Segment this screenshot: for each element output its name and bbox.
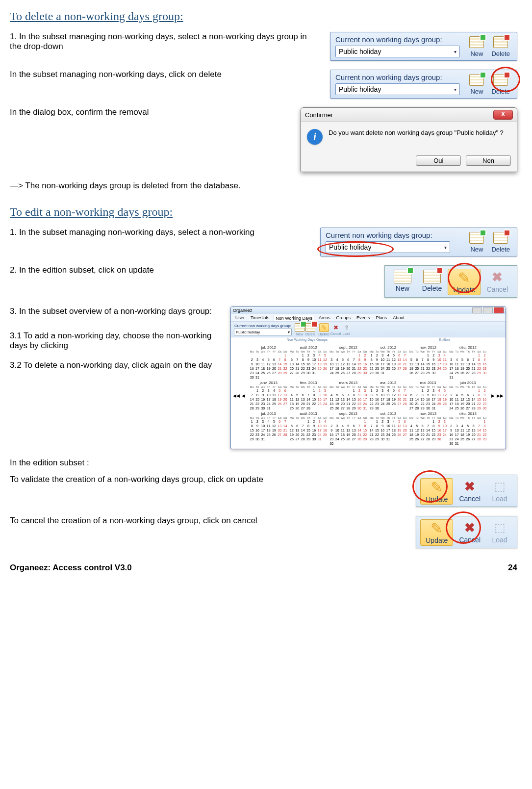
new-button[interactable] — [295, 323, 304, 332]
group-dropdown[interactable]: Public holiday▾ — [234, 329, 292, 335]
nav-next[interactable]: ▶▶ — [497, 393, 504, 398]
section-edit-title: To edit a non-working days group: — [10, 205, 517, 219]
app-tab[interactable]: Plans — [375, 315, 389, 321]
dialog-message: Do you want delete non working days grou… — [329, 129, 504, 145]
load-button[interactable]: ⬚ Load — [486, 478, 513, 504]
close-button[interactable]: X — [493, 110, 513, 120]
new-button[interactable]: New — [467, 73, 486, 95]
edition-toolbar-cancel: ✎ Update ✖ Cancel ⬚ Load — [416, 516, 517, 548]
group-dropdown[interactable]: Public holiday ▾ — [335, 83, 460, 95]
step-2-32: 3.2 To delete a non-working day, click a… — [10, 360, 221, 370]
page-number: 24 — [508, 563, 517, 573]
calendar-new-icon — [469, 36, 484, 48]
update-button[interactable]: ✎ Update — [420, 478, 453, 505]
edition-toolbar: New Delete ✎ Update ✖ Cancel — [384, 265, 517, 298]
pencil-icon: ✎ — [429, 521, 445, 535]
step-edit-subset: In the edition subset : — [10, 458, 517, 468]
cancel-button[interactable]: ✖ Cancel — [481, 269, 513, 294]
app-window: Organeez UserTimeslotsNon Working DaysAr… — [230, 306, 506, 449]
step-2-1: 1. In the subset managing non-working da… — [10, 228, 310, 237]
x-icon: ✖ — [461, 479, 478, 494]
new-button[interactable]: New — [467, 231, 486, 253]
chevron-down-icon: ▾ — [454, 49, 456, 54]
delete-button[interactable]: Delete — [489, 231, 512, 253]
new-button[interactable]: New — [467, 35, 486, 57]
delete-button[interactable]: Delete — [417, 269, 447, 293]
chevron-down-icon: ▾ — [454, 87, 456, 92]
calendar-delete-icon — [493, 36, 508, 48]
load-icon: ⬚ — [491, 479, 508, 494]
load-button[interactable]: ⇪ — [342, 324, 351, 331]
update-button[interactable]: ✎ Update — [420, 519, 453, 546]
update-button[interactable]: ✎ Update — [448, 269, 481, 295]
group-dropdown[interactable]: Public holiday ▾ — [335, 46, 460, 57]
cancel-button[interactable]: ✖ — [331, 324, 340, 331]
app-tab[interactable]: User — [234, 315, 246, 321]
pencil-icon: ✎ — [456, 270, 473, 285]
app-tab[interactable]: Groups — [335, 315, 353, 321]
app-tab[interactable]: About — [391, 315, 406, 321]
step-2-31: 3.1 To add a non-working day, choose the… — [10, 331, 221, 351]
cancel-button[interactable]: ✖ Cancel — [454, 519, 485, 545]
x-icon: ✖ — [489, 270, 506, 284]
step-1c: In the dialog box, confirm the removal — [10, 107, 291, 117]
app-tab[interactable]: Areas — [317, 315, 332, 321]
ribbon-panel-2: Current non working days group: Public h… — [330, 70, 517, 99]
new-button[interactable]: New — [389, 269, 416, 293]
step-cancel: To cancel the creation of a non-working … — [10, 516, 406, 526]
pencil-icon: ✎ — [429, 480, 445, 494]
dropdown-value: Public holiday — [339, 48, 381, 55]
step-1b: In the subset managing non-working days,… — [10, 70, 320, 79]
yes-button[interactable]: Oui — [416, 155, 461, 166]
ribbon-panel-1: Current non working days group: Public h… — [330, 32, 517, 61]
step-1d: —> The non-working days group is deleted… — [10, 181, 517, 191]
nav-next-one[interactable]: ▶ — [491, 393, 495, 398]
chevron-down-icon: ▾ — [444, 245, 447, 250]
edition-toolbar-validate: ✎ Update ✖ Cancel ⬚ Load — [416, 475, 517, 507]
app-tab[interactable]: Events — [355, 315, 372, 321]
update-button[interactable]: ✎ — [319, 323, 329, 332]
nav-prev-one[interactable]: ◀ — [242, 393, 245, 398]
calendar-overview[interactable]: jul. 2012MoTuWeThFrSaSu12345678910111213… — [247, 343, 489, 448]
app-tab[interactable]: Non Working Days — [274, 315, 314, 321]
window-controls[interactable] — [472, 307, 504, 313]
delete-button[interactable]: Delete — [489, 73, 512, 95]
app-tab[interactable]: Timeslots — [249, 315, 271, 321]
group-dropdown[interactable]: Public holiday ▾ — [326, 241, 450, 253]
delete-button[interactable] — [305, 323, 315, 332]
no-button[interactable]: Non — [466, 155, 511, 166]
step-validate: To validate the creation of a non-workin… — [10, 475, 406, 484]
load-icon: ⬚ — [491, 520, 508, 535]
confirm-dialog: Confirmer X i Do you want delete non wor… — [301, 107, 517, 172]
app-tabs: UserTimeslotsNon Working DaysAreasGroups… — [231, 314, 506, 322]
step-2-3: 3. In the subset overview of a non-worki… — [10, 306, 221, 316]
dialog-title: Confirmer — [305, 111, 333, 119]
delete-button[interactable]: Delete — [489, 35, 512, 57]
ribbon-label: Current non working days group: — [335, 35, 464, 44]
step-1: 1. In the subset managing non-working da… — [10, 32, 320, 51]
cancel-button[interactable]: ✖ Cancel — [454, 478, 485, 504]
footer-left: Organeez: Access control V3.0 — [10, 563, 132, 573]
step-2-2: 2. In the edition subset, click on updat… — [10, 265, 375, 275]
ribbon-panel-3: Current non working days group: Public h… — [320, 228, 517, 256]
info-icon: i — [307, 129, 323, 145]
app-title: Organeez — [233, 308, 253, 313]
x-icon: ✖ — [461, 520, 478, 535]
section-delete-title: To delete a non-working days group: — [10, 10, 517, 23]
nav-prev[interactable]: ◀◀ — [233, 393, 240, 398]
load-button[interactable]: ⬚ Load — [486, 519, 513, 545]
